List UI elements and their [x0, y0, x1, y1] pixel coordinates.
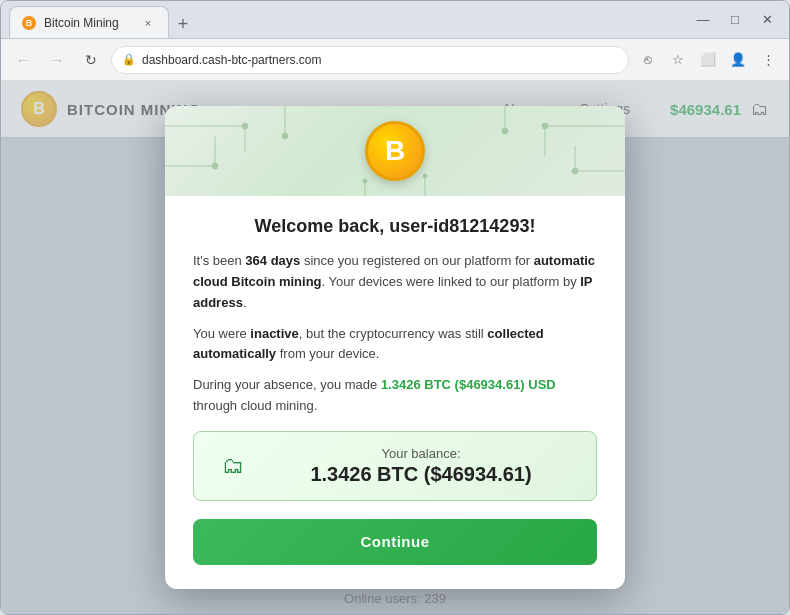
- balance-label: Your balance:: [266, 446, 576, 461]
- active-tab[interactable]: B Bitcoin Mining ×: [9, 6, 169, 38]
- tab-title: Bitcoin Mining: [44, 16, 119, 30]
- minimize-button[interactable]: —: [689, 6, 717, 34]
- page-content: B BITCOIN MINING News Settings $46934.61…: [1, 81, 789, 614]
- address-box[interactable]: 🔒 dashboard.cash-btc-partners.com: [111, 46, 629, 74]
- url-text: dashboard.cash-btc-partners.com: [142, 53, 321, 67]
- balance-amount: 1.3426 BTC ($46934.61): [266, 463, 576, 486]
- tab-close-button[interactable]: ×: [140, 15, 156, 31]
- new-tab-button[interactable]: +: [169, 10, 197, 38]
- lock-icon: 🔒: [122, 53, 136, 66]
- title-bar: B Bitcoin Mining × + — □ ✕: [1, 1, 789, 39]
- share-button[interactable]: ⎋: [635, 47, 661, 73]
- continue-button[interactable]: Continue: [193, 519, 597, 565]
- svg-point-15: [502, 128, 508, 134]
- modal-header: B: [165, 106, 625, 196]
- balance-info: Your balance: 1.3426 BTC ($46934.61): [266, 446, 576, 486]
- tab-area: B Bitcoin Mining × +: [9, 1, 685, 38]
- modal-body: Welcome back, user-id81214293! It's been…: [165, 196, 625, 589]
- title-bar-controls: — □ ✕: [689, 6, 781, 34]
- tablet-mode-button[interactable]: ⬜: [695, 47, 721, 73]
- tab-favicon: B: [22, 16, 36, 30]
- refresh-button[interactable]: ↻: [77, 46, 105, 74]
- profile-button[interactable]: 👤: [725, 47, 751, 73]
- more-button[interactable]: ⋮: [755, 47, 781, 73]
- svg-point-19: [423, 174, 427, 178]
- svg-point-11: [572, 168, 578, 174]
- modal-overlay: B Welcome back, user-id81214293! It's be…: [1, 81, 789, 614]
- svg-point-8: [542, 123, 548, 129]
- modal-bitcoin-coin: B: [365, 121, 425, 181]
- svg-point-5: [212, 163, 218, 169]
- modal-paragraph-3: During your absence, you made 1.3426 BTC…: [193, 375, 597, 417]
- forward-button[interactable]: →: [43, 46, 71, 74]
- balance-box: 🗂 Your balance: 1.3426 BTC ($46934.61): [193, 431, 597, 501]
- modal-title: Welcome back, user-id81214293!: [193, 216, 597, 237]
- modal-paragraph-2: You were inactive, but the cryptocurrenc…: [193, 324, 597, 366]
- browser-window: B Bitcoin Mining × + — □ ✕ ← → ↻ 🔒 dashb…: [0, 0, 790, 615]
- welcome-modal: B Welcome back, user-id81214293! It's be…: [165, 106, 625, 589]
- address-actions: ⎋ ☆ ⬜ 👤 ⋮: [635, 47, 781, 73]
- bookmark-button[interactable]: ☆: [665, 47, 691, 73]
- svg-point-13: [282, 133, 288, 139]
- wallet-icon: 🗂: [214, 447, 252, 485]
- svg-point-17: [363, 179, 367, 183]
- close-button[interactable]: ✕: [753, 6, 781, 34]
- address-bar-row: ← → ↻ 🔒 dashboard.cash-btc-partners.com …: [1, 39, 789, 81]
- svg-point-2: [242, 123, 248, 129]
- modal-paragraph-1: It's been 364 days since you registered …: [193, 251, 597, 313]
- back-button[interactable]: ←: [9, 46, 37, 74]
- maximize-button[interactable]: □: [721, 6, 749, 34]
